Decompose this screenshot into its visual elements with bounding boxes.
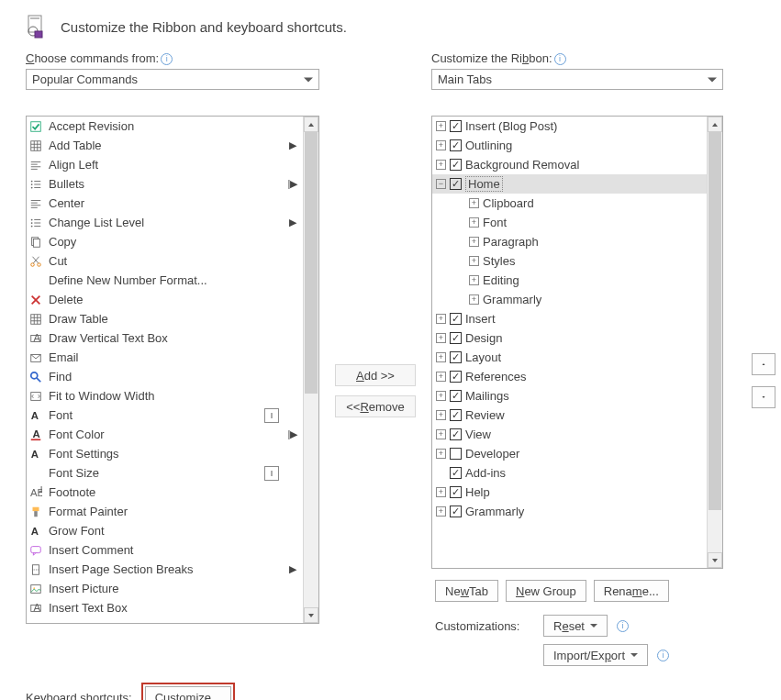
info-icon[interactable]: i — [657, 650, 669, 661]
rename-button[interactable]: Rename... — [594, 580, 669, 602]
tree-expand-icon[interactable]: + — [469, 275, 479, 285]
tree-checkbox[interactable] — [450, 159, 462, 171]
choose-commands-dropdown[interactable]: Popular Commands — [26, 69, 319, 90]
command-item[interactable]: Draw Table — [27, 309, 303, 328]
command-item[interactable]: Align Left — [27, 155, 303, 174]
command-item[interactable]: Center — [27, 194, 303, 213]
scroll-up-icon[interactable] — [708, 117, 722, 132]
tree-item[interactable]: +Grammarly — [432, 290, 707, 309]
tree-checkbox[interactable] — [450, 371, 462, 383]
tree-item[interactable]: +Editing — [432, 271, 707, 290]
tree-checkbox[interactable] — [450, 486, 462, 498]
tree-expand-icon[interactable]: + — [436, 160, 446, 170]
info-icon[interactable]: i — [161, 53, 173, 65]
command-item[interactable]: Copy — [27, 232, 303, 251]
tree-expand-icon[interactable]: + — [436, 140, 446, 150]
tree-expand-icon[interactable]: + — [436, 314, 446, 324]
command-item[interactable]: Email — [27, 348, 303, 367]
tree-checkbox[interactable] — [450, 390, 462, 402]
tree-expand-icon[interactable]: + — [436, 121, 446, 131]
info-icon[interactable]: i — [554, 53, 566, 65]
tree-item[interactable]: +Grammarly — [432, 502, 707, 521]
tree-checkbox[interactable] — [450, 332, 462, 344]
remove-button[interactable]: << Remove — [335, 395, 416, 417]
scroll-down-icon[interactable] — [304, 607, 318, 623]
tree-checkbox[interactable] — [450, 428, 462, 440]
scroll-down-icon[interactable] — [708, 552, 722, 568]
tree-expand-icon[interactable]: + — [469, 198, 479, 208]
tree-item[interactable]: +Developer — [432, 444, 707, 463]
customize-shortcuts-button[interactable]: Customize... — [145, 686, 231, 700]
command-item[interactable]: Change List Level▶ — [27, 213, 303, 232]
tree-checkbox[interactable] — [450, 506, 462, 517]
tree-checkbox[interactable] — [450, 139, 462, 151]
command-item[interactable]: AGrow Font — [27, 521, 303, 540]
tree-item[interactable]: +References — [432, 367, 707, 386]
move-up-button[interactable] — [752, 353, 775, 375]
tree-expand-icon[interactable]: + — [436, 487, 446, 497]
add-button[interactable]: Add >> — [335, 364, 416, 386]
command-item[interactable]: AFont Color|▶ — [27, 425, 303, 444]
tree-expand-icon[interactable]: + — [436, 372, 446, 382]
ribbon-tree[interactable]: +Insert (Blog Post)+Outlining+Background… — [431, 116, 723, 569]
tree-expand-icon[interactable]: + — [436, 333, 446, 343]
move-down-button[interactable] — [752, 386, 775, 408]
tree-item[interactable]: −Home — [432, 174, 707, 194]
command-item[interactable]: Insert Page Section Breaks▶ — [27, 560, 303, 579]
reset-dropdown-button[interactable]: Reset — [543, 615, 608, 637]
tree-item[interactable]: +Layout — [432, 348, 707, 367]
command-item[interactable]: Delete — [27, 290, 303, 309]
command-item[interactable]: Insert Picture — [27, 579, 303, 598]
tree-expand-icon[interactable]: − — [436, 179, 446, 189]
scroll-up-icon[interactable] — [304, 117, 318, 132]
new-tab-button[interactable]: New Tab — [435, 580, 498, 602]
tree-expand-icon[interactable]: + — [469, 217, 479, 228]
tree-item[interactable]: +Insert (Blog Post) — [432, 117, 707, 136]
tree-expand-icon[interactable]: + — [436, 506, 446, 517]
command-item[interactable]: Find — [27, 367, 303, 386]
command-item[interactable]: AB1Footnote — [27, 483, 303, 502]
command-item[interactable]: Format Painter — [27, 502, 303, 521]
tree-checkbox[interactable] — [450, 313, 462, 325]
tree-expand-icon[interactable]: + — [469, 256, 479, 266]
tree-item[interactable]: Add-ins — [432, 463, 707, 483]
scrollbar[interactable] — [707, 117, 722, 568]
tree-expand-icon[interactable]: + — [436, 391, 446, 401]
tree-expand-icon[interactable]: + — [469, 237, 479, 247]
tree-item[interactable]: +Clipboard — [432, 194, 707, 213]
tree-item[interactable]: +Help — [432, 483, 707, 502]
info-icon[interactable]: i — [617, 620, 629, 632]
tree-item[interactable]: +Paragraph — [432, 232, 707, 251]
tree-checkbox[interactable] — [450, 409, 462, 421]
tree-item[interactable]: +Insert — [432, 309, 707, 328]
tree-item[interactable]: +Review — [432, 406, 707, 425]
tree-expand-icon[interactable]: + — [436, 449, 446, 459]
command-item[interactable]: Bullets|▶ — [27, 174, 303, 194]
command-item[interactable]: Font SizeI — [27, 463, 303, 483]
tree-checkbox[interactable] — [450, 467, 462, 479]
command-item[interactable]: Fit to Window Width — [27, 386, 303, 406]
command-item[interactable]: AInsert Text Box — [27, 598, 303, 617]
import-export-dropdown-button[interactable]: Import/Export — [543, 644, 648, 666]
tree-expand-icon[interactable]: + — [469, 294, 479, 305]
tree-item[interactable]: +Design — [432, 328, 707, 348]
tree-item[interactable]: +Background Removal — [432, 155, 707, 174]
tree-expand-icon[interactable]: + — [436, 410, 446, 420]
command-item[interactable]: AFont Settings — [27, 444, 303, 463]
command-item[interactable]: AFontI — [27, 406, 303, 425]
scrollbar[interactable] — [303, 117, 318, 623]
tree-expand-icon[interactable]: + — [436, 429, 446, 439]
tree-item[interactable]: +View — [432, 425, 707, 444]
command-item[interactable]: Cut — [27, 251, 303, 271]
tree-checkbox[interactable] — [450, 178, 462, 190]
customize-ribbon-dropdown[interactable]: Main Tabs — [431, 69, 723, 90]
tree-item[interactable]: +Mailings — [432, 386, 707, 406]
command-item[interactable]: ADraw Vertical Text Box — [27, 328, 303, 348]
tree-item[interactable]: +Outlining — [432, 136, 707, 155]
new-group-button[interactable]: New Group — [506, 580, 586, 602]
tree-item[interactable]: +Styles — [432, 251, 707, 271]
command-item[interactable]: Add Table▶ — [27, 136, 303, 155]
command-item[interactable]: Insert Comment — [27, 540, 303, 560]
tree-item[interactable]: +Font — [432, 213, 707, 232]
tree-checkbox[interactable] — [450, 351, 462, 363]
